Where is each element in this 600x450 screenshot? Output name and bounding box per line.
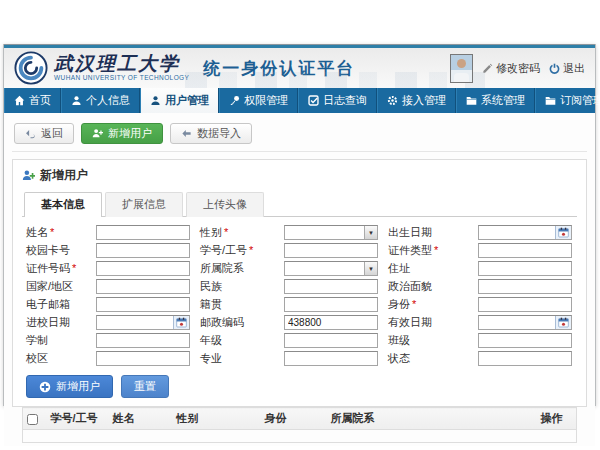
email-input[interactable] [97, 298, 189, 311]
ethnicity-field [284, 279, 378, 294]
major-input[interactable] [285, 352, 377, 365]
student-id-input[interactable] [285, 244, 377, 257]
nav-item-subscription-mgmt[interactable]: 订阅管理 [535, 88, 600, 113]
tab-basic-info[interactable]: 基本信息 [24, 192, 102, 217]
nav-item-access-mgmt[interactable]: 接入管理 [377, 88, 456, 113]
grade-input[interactable] [285, 334, 377, 347]
table-header-0: 学号/工号 [47, 408, 109, 430]
table-header-3: 身份 [261, 408, 327, 430]
nav-item-user-mgmt[interactable]: 用户管理 [140, 88, 219, 113]
user-plus-icon [92, 128, 103, 139]
department-input[interactable] [285, 262, 364, 275]
id-number-label: 证件号码* [26, 261, 86, 276]
grade-label: 年级 [200, 333, 274, 348]
toolbar: 返回 新增用户 数据导入 [12, 118, 587, 152]
required-asterisk: * [72, 262, 76, 274]
chevron-down-icon[interactable]: ▼ [364, 226, 377, 239]
change-password-link[interactable]: 修改密码 [482, 61, 540, 76]
user-icon [150, 95, 161, 106]
toolbar-add-user-button[interactable]: 新增用户 [81, 123, 163, 144]
valid-date-label: 有效日期 [388, 315, 468, 330]
schooling-length-field [96, 333, 190, 348]
nav-item-label: 用户管理 [165, 93, 209, 108]
birth-date-input[interactable] [479, 226, 555, 239]
nav-item-home[interactable]: 首页 [4, 88, 61, 113]
country-region-input[interactable] [97, 280, 189, 293]
campus-field [96, 351, 190, 366]
tab-upload-photo[interactable]: 上传头像 [186, 192, 264, 217]
power-icon [549, 63, 560, 74]
country-region-label: 国家/地区 [26, 279, 86, 294]
status-label: 状态 [388, 351, 468, 366]
main-navbar: 首页个人信息用户管理权限管理日志查询接入管理系统管理订阅管理 [4, 88, 595, 113]
nav-item-profile[interactable]: 个人信息 [61, 88, 140, 113]
university-name-cn: 武汉理工大学 [54, 54, 189, 73]
campus-card-label: 校园卡号 [26, 243, 86, 258]
table-header-2: 性别 [173, 408, 261, 430]
section-title-text: 新增用户 [40, 167, 88, 184]
address-field [478, 261, 572, 276]
form-tabs: 基本信息扩展信息上传头像 [22, 191, 577, 217]
table-header-5: 操作 [537, 408, 577, 430]
page-body: 返回 新增用户 数据导入 新增用户 基本信息扩展信息上传头像 姓名*性别*▼出生… [4, 113, 595, 446]
political-status-field [478, 279, 572, 294]
class-label: 班级 [388, 333, 468, 348]
back-arrow-icon [25, 128, 36, 139]
campus-label: 校区 [26, 351, 86, 366]
native-place-input[interactable] [285, 298, 377, 311]
enroll-date-input[interactable] [97, 316, 173, 329]
ethnicity-input[interactable] [285, 280, 377, 293]
identity-label: 身份* [388, 297, 468, 312]
university-name-block: 武汉理工大学 WUHAN UNIVERSITY OF TECHNOLOGY [54, 54, 189, 82]
header-user-area: 修改密码 退出 [450, 54, 585, 83]
required-asterisk: * [50, 226, 54, 238]
reset-button[interactable]: 重置 [121, 375, 169, 398]
political-status-input[interactable] [479, 280, 571, 293]
class-input[interactable] [479, 334, 571, 347]
select-all-checkbox[interactable] [27, 414, 38, 425]
gender-input[interactable] [285, 226, 364, 239]
native-place-label: 籍贯 [200, 297, 274, 312]
postal-code-field [284, 315, 378, 330]
submit-add-user-button[interactable]: 新增用户 [26, 375, 113, 398]
nav-item-log-query[interactable]: 日志查询 [298, 88, 377, 113]
back-button[interactable]: 返回 [14, 123, 74, 144]
calendar-icon[interactable] [555, 226, 571, 239]
tab-extended-info[interactable]: 扩展信息 [105, 192, 183, 217]
name-input[interactable] [97, 226, 189, 239]
table-header-1: 姓名 [109, 408, 173, 430]
political-status-label: 政治面貌 [388, 279, 468, 294]
logout-link[interactable]: 退出 [549, 61, 585, 76]
folder-icon [545, 95, 556, 106]
nav-item-system-mgmt[interactable]: 系统管理 [456, 88, 535, 113]
id-number-input[interactable] [97, 262, 189, 275]
key-icon [229, 95, 240, 106]
id-type-field [478, 243, 572, 258]
status-field [478, 351, 572, 366]
address-input[interactable] [479, 262, 571, 275]
address-label: 住址 [388, 261, 468, 276]
ethnicity-label: 民族 [200, 279, 274, 294]
valid-date-input[interactable] [479, 316, 555, 329]
chevron-down-icon[interactable]: ▼ [364, 262, 377, 275]
name-field [96, 225, 190, 240]
enroll-date-date [96, 315, 190, 330]
schooling-length-input[interactable] [97, 334, 189, 347]
required-asterisk: * [249, 244, 253, 256]
nav-item-permission-mgmt[interactable]: 权限管理 [219, 88, 298, 113]
id-type-input[interactable] [479, 244, 571, 257]
calendar-icon[interactable] [173, 316, 189, 329]
required-asterisk: * [434, 244, 438, 256]
data-import-button[interactable]: 数据导入 [170, 123, 252, 144]
required-asterisk: * [224, 226, 228, 238]
calendar-icon[interactable] [555, 316, 571, 329]
campus-card-input[interactable] [97, 244, 189, 257]
postal-code-input[interactable] [285, 316, 377, 329]
status-input[interactable] [479, 352, 571, 365]
gender-label: 性别* [200, 225, 274, 240]
birth-date-date [478, 225, 572, 240]
identity-input[interactable] [479, 298, 571, 311]
campus-input[interactable] [97, 352, 189, 365]
gender-select: ▼ [284, 225, 378, 240]
user-icon [71, 95, 82, 106]
